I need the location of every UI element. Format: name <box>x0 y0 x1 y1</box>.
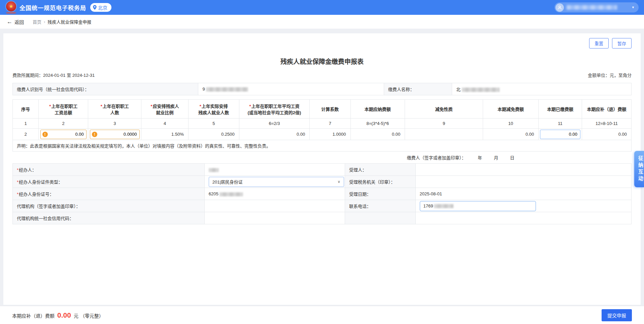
month-label: 月 <box>494 154 498 161</box>
agent-info-row: 代理机构（签字或者加盖印章）： 联系电话： 1769 <box>13 200 632 212</box>
form-title: 残疾人就业保障金缴费申报表 <box>12 57 632 66</box>
breadcrumb-separator: › <box>44 19 45 24</box>
agency-label: 代理机构（签字或者加盖印章）： <box>13 200 205 212</box>
tax-authority-value <box>415 176 631 188</box>
breadcrumb-current: 残疾人就业保障金申报 <box>47 19 91 25</box>
period-value: 2024-01-01 至 2024-12-31 <box>43 73 95 78</box>
taxpayer-id-redacted <box>206 87 248 92</box>
col-paid: 本期已缴费额 <box>539 100 582 119</box>
col-reduction-amount: 本期减免费额 <box>483 100 538 119</box>
index-cell: 4 <box>141 119 189 129</box>
submit-declaration-button[interactable]: 提交申报 <box>602 309 632 321</box>
contact-phone-prefix: 1769 <box>423 203 433 208</box>
agency-value <box>204 200 345 212</box>
back-button[interactable]: ← 返回 <box>7 19 24 25</box>
agent-id-number-prefix: 6205 <box>209 191 218 196</box>
col-headcount: *上年在职职工 人数 <box>88 100 141 119</box>
chevron-down-icon: ▼ <box>632 6 635 9</box>
acceptance-date-value: 2025-08-01 <box>415 188 631 200</box>
taxpayer-id-prefix: 9 <box>202 87 205 92</box>
col-required-ratio: *应安排残疾人 就业比例 <box>141 100 189 119</box>
tax-interaction-side-tab[interactable]: 征纳互动 <box>634 151 644 187</box>
index-cell: 1 <box>13 119 39 129</box>
index-cell: 9 <box>405 119 483 129</box>
save-draft-button[interactable]: 暂存 <box>612 38 632 48</box>
col-seq: 序号 <box>13 100 39 119</box>
location-selector[interactable]: 北京 <box>90 3 111 12</box>
summary-unit: 元 <box>74 312 78 319</box>
taxpayer-name-prefix: 北 <box>456 87 461 92</box>
agent-info-row: *经办人身份证件类型： 201|居民身份证 ∨ 受理税务机关（印章）： <box>13 176 632 188</box>
agent-info-row: *经办人： 受理人： <box>13 164 632 176</box>
wage-total-cell: ! <box>39 129 88 140</box>
acceptor-value <box>415 164 631 176</box>
card-toolbar: 重置 暂存 <box>12 33 632 48</box>
agent-id-number-label: *经办人身份证号： <box>13 188 205 200</box>
reset-button[interactable]: 重置 <box>589 38 609 48</box>
signature-label: 缴费人（签字或者加盖印章）： <box>407 154 466 161</box>
agency-code-value <box>204 212 345 224</box>
balance-cell: 0.00 <box>582 129 631 140</box>
acceptor-label: 受理人： <box>345 164 415 176</box>
tax-bureau-logo: ★ <box>6 1 16 13</box>
col-avg-wage: *上年在职职工年平均工资 (或当地社会平均工资的2倍) <box>239 100 310 119</box>
fee-table-header-row: 序号 *上年在职职工 工资总额 *上年在职职工 人数 *应安排残疾人 就业比例 … <box>13 100 632 119</box>
id-type-label: *经办人身份证件类型： <box>13 176 205 188</box>
col-wage-total: *上年在职职工 工资总额 <box>39 100 88 119</box>
user-account-menu[interactable]: ▼ <box>554 2 639 12</box>
index-cell: 8=(3*4-5)*6 <box>350 119 405 129</box>
avg-wage-cell: 0.00 <box>239 129 310 140</box>
index-cell: 11 <box>539 119 582 129</box>
declaration-card: 重置 暂存 残疾人就业保障金缴费申报表 费款所属期间：2024-01-01 至 … <box>3 33 641 305</box>
app-title: 全国统一规范电子税务局 <box>20 3 86 12</box>
id-type-value: 201|居民身份证 ∨ <box>204 176 345 188</box>
back-label: 返回 <box>14 19 24 25</box>
signature-row: 缴费人（签字或者加盖印章）： 年 月 日 <box>12 152 632 163</box>
location-pin-icon <box>93 5 97 10</box>
taxpayer-name-value: 北 <box>452 83 631 95</box>
breadcrumb: 首页 › 残疾人就业保障金申报 <box>33 19 91 25</box>
id-type-select[interactable]: 201|居民身份证 ∨ <box>209 177 344 187</box>
chevron-down-icon: ∨ <box>338 180 340 184</box>
username-redacted <box>567 5 617 10</box>
contact-phone-label: 联系电话： <box>345 200 415 212</box>
acceptance-date-label: 受理日期： <box>345 188 415 200</box>
paid-cell <box>539 129 582 140</box>
index-cell: 5 <box>188 119 239 129</box>
agent-id-number-redacted <box>219 192 243 196</box>
agent-id-number-value: 6205 <box>204 188 345 200</box>
empty-label-cell <box>345 212 415 224</box>
app-header: ★ 全国统一规范电子税务局 北京 ▼ <box>0 0 644 15</box>
index-cell: 10 <box>483 119 538 129</box>
col-payable: 本期应纳费额 <box>350 100 405 119</box>
summary-words: （零元整） <box>80 312 104 319</box>
breadcrumb-home-link[interactable]: 首页 <box>33 19 41 25</box>
declaration-statement: 声明：此表是根据国家有关法律法规及相关规定填写的，本人（单位）对填报内容（及附带… <box>12 140 632 152</box>
agent-name-redacted <box>209 168 219 172</box>
index-cell: 6=2/3 <box>239 119 310 129</box>
fee-table-index-row: 1 2 3 4 5 6=2/3 7 8=(3*4-5)*6 9 10 11 12… <box>13 119 632 129</box>
col-actual-arranged: *上年实际安排 残疾人就业人数 <box>188 100 239 119</box>
contact-phone-value: 1769 <box>415 200 631 212</box>
agent-name-label: *经办人： <box>13 164 205 176</box>
warning-icon: ! <box>42 132 48 137</box>
fee-declaration-table: 序号 *上年在职职工 工资总额 *上年在职职工 人数 *应安排残疾人 就业比例 … <box>12 99 632 140</box>
taxpayer-info-table: 缴费人识别号（统一社会信用代码）： 9 缴费人名称： 北 <box>12 83 632 95</box>
wage-total-input[interactable] <box>55 132 84 137</box>
summary-label: 本期应补（退）费额 <box>12 312 55 319</box>
headcount-cell: ! <box>88 129 141 140</box>
breadcrumb-bar: ← 返回 首页 › 残疾人就业保障金申报 <box>0 15 644 29</box>
coefficient-cell: 1.0000 <box>310 129 350 140</box>
warning-icon: ! <box>92 132 97 137</box>
reduction-nature-cell <box>405 129 483 140</box>
agency-code-label: 代理机构统一社会信用代码： <box>13 212 205 224</box>
national-emblem-icon: ★ <box>6 1 16 11</box>
period-label: 费款所属期间： <box>12 73 43 78</box>
col-balance: 本期应补（退）费额 <box>582 100 631 119</box>
contact-phone-redacted <box>434 204 453 208</box>
paid-amount-input[interactable] <box>540 130 580 139</box>
headcount-input[interactable] <box>105 132 137 137</box>
year-label: 年 <box>478 154 482 161</box>
user-avatar-icon <box>555 3 564 12</box>
contact-phone-input[interactable]: 1769 <box>420 201 536 211</box>
